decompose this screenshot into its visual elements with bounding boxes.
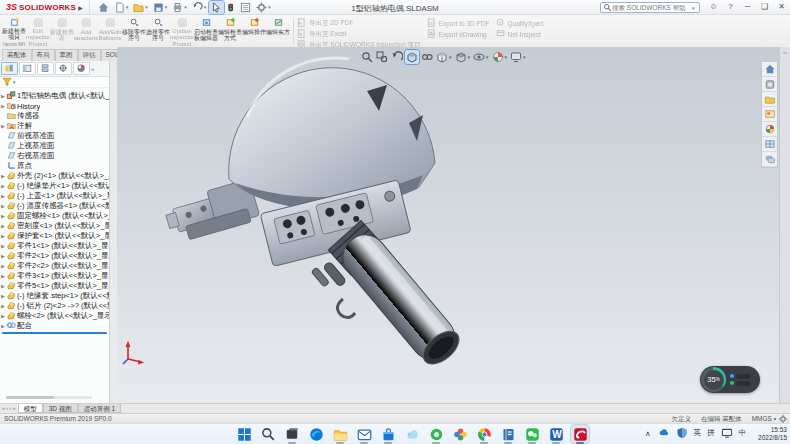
ribbon-button[interactable]: 启动检查板编辑器 — [194, 16, 218, 46]
file-explorer-pane-button[interactable] — [762, 92, 777, 107]
filter-dropdown-icon[interactable]: ▾ — [13, 79, 16, 85]
command-tab-item[interactable]: 草图 — [55, 49, 78, 61]
new-document-button[interactable]: ▾ — [112, 1, 131, 14]
taskbar-search-taskbar-button[interactable] — [259, 425, 277, 443]
solidworks-resources-button[interactable] — [762, 62, 777, 77]
tree-item[interactable]: ▶A注解 — [0, 121, 109, 131]
tab-scroll-button[interactable]: » — [12, 405, 15, 411]
search-input[interactable] — [612, 4, 692, 11]
command-tab-item[interactable]: 评估 — [78, 49, 101, 61]
dropdown-arrow-icon[interactable]: ▾ — [505, 54, 508, 60]
open-button[interactable]: ▾ — [131, 1, 150, 14]
performance-widget[interactable]: 35% — [700, 366, 760, 393]
section-view-button[interactable] — [405, 50, 419, 64]
tree-item[interactable]: ▶零件2<2> (默认<<默认>_显示状 — [0, 261, 109, 271]
tree-item[interactable]: ▶配合 — [0, 321, 109, 331]
tree-item[interactable]: 原点 — [0, 161, 109, 171]
panel-splitter[interactable] — [110, 61, 117, 403]
tree-item[interactable]: ▶密刻度<1> (默认<<默认>_显示状 — [0, 221, 109, 231]
widget-button-top[interactable] — [730, 374, 750, 379]
photos-taskbar-button[interactable] — [451, 425, 469, 443]
dropdown-arrow-icon[interactable]: ▾ — [165, 4, 168, 10]
cad-model-3d[interactable] — [117, 47, 790, 403]
display-style-button[interactable]: ▾ — [454, 50, 472, 64]
ribbon-button[interactable]: 选择零件序号 — [146, 16, 170, 46]
ribbon-button[interactable]: 编辑操作 — [242, 16, 266, 46]
tree-item[interactable]: ▶(-) 铝片 (2)<2> ->? (默认<<默认> — [0, 301, 109, 311]
ime-cn-label[interactable]: 中 — [739, 428, 747, 438]
tree-item[interactable]: ▶零件1<1> (默认<<默认>_显示状态 — [0, 241, 109, 251]
graphics-viewport[interactable]: ▾▾▾▾▾ ‹‹ 35% — [117, 47, 790, 403]
appearances-tab[interactable] — [73, 62, 90, 75]
help-search-box[interactable]: ▾ — [600, 2, 700, 13]
view-settings-button[interactable]: ▾ — [509, 50, 527, 64]
task-pane-expand-icon[interactable]: ‹‹ — [780, 47, 790, 55]
tree-item[interactable]: ▶零件2<1> (默认<<默认>_显示状 — [0, 251, 109, 261]
dimxpert-tab[interactable] — [55, 62, 72, 75]
file-explorer-taskbar-button[interactable] — [331, 425, 349, 443]
dictionary-taskbar-button[interactable] — [499, 425, 517, 443]
bottom-tab-item[interactable]: 运动算例 1 — [78, 404, 121, 413]
display-tray-icon[interactable] — [721, 428, 733, 439]
ribbon-button[interactable]: 编辑检查方式 — [218, 16, 242, 46]
tree-item[interactable]: ▶零件3<1> (默认<<默认>_显示状 — [0, 271, 109, 281]
ime-pinyin-label[interactable]: 拼 — [707, 428, 715, 438]
dropdown-arrow-icon[interactable]: ▾ — [468, 54, 471, 60]
command-tab-item[interactable]: 布局 — [32, 49, 55, 61]
tree-filter-row[interactable]: ▾ — [0, 77, 109, 88]
dropdown-arrow-icon[interactable]: ▾ — [486, 54, 489, 60]
ribbon-button[interactable]: 编辑实方 — [266, 16, 290, 46]
panel-tabs-overflow-icon[interactable]: » — [91, 66, 94, 72]
bottom-tab-active[interactable]: 模型 — [18, 404, 43, 413]
ribbon-button[interactable]: 新建检查项目(amp:M) — [2, 16, 26, 46]
start-taskbar-button[interactable] — [235, 425, 253, 443]
home-button[interactable] — [96, 1, 111, 14]
bottom-tab-item[interactable]: 3D 视图 — [43, 404, 78, 413]
tree-item[interactable]: ▶(-) 绝缘垫片<1> (默认<<默认>_显 — [0, 181, 109, 191]
tree-item[interactable]: 传感器 — [0, 111, 109, 121]
chrome-taskbar-button[interactable] — [475, 425, 493, 443]
logo-flyout-arrow-icon[interactable]: ▶ — [78, 4, 83, 11]
dropdown-arrow-icon[interactable]: ▾ — [268, 4, 271, 10]
command-tab-item[interactable]: 装配体 — [2, 49, 32, 61]
defender-shield-icon[interactable] — [676, 427, 688, 439]
save-button[interactable]: ▾ — [151, 1, 170, 14]
forum-button[interactable] — [762, 152, 777, 167]
tree-item[interactable]: ▶(-) 上盖<1> (默认<<默认>_显示状 — [0, 191, 109, 201]
search-dropdown-icon[interactable]: ▾ — [692, 5, 695, 11]
propertymanager-tab[interactable] — [19, 62, 36, 75]
ribbon-button[interactable]: 移除零件序号 — [122, 16, 146, 46]
tree-item[interactable]: ▶外壳 (2)<1> (默认<<默认>_显示状 — [0, 171, 109, 181]
rebuild-stoplight-button[interactable] — [225, 1, 237, 14]
tree-item[interactable]: ▶零件5<1> (默认<<默认>_显示状态 — [0, 281, 109, 291]
tab-scroll-button[interactable]: ‹ — [6, 405, 8, 411]
mail-taskbar-button[interactable] — [355, 425, 373, 443]
dropdown-arrow-icon[interactable]: ▾ — [126, 4, 129, 10]
tree-item[interactable]: ▶(-) 绝缘套.step<1> (默认<<默认> — [0, 291, 109, 301]
tree-item[interactable]: ▶1型铝轴热电偶 (默认<默认_显示状态-1 — [0, 91, 109, 101]
tree-item[interactable]: 右视基准面 — [0, 151, 109, 161]
configurationmanager-tab[interactable] — [37, 62, 54, 75]
user-account-icon[interactable]: ☺ — [707, 1, 720, 13]
design-library-button[interactable] — [762, 77, 777, 92]
previous-view-button[interactable] — [390, 50, 404, 64]
help-icon[interactable]: ? — [724, 1, 737, 13]
tray-chevron-icon[interactable]: ∧ — [645, 429, 651, 438]
featuremanager-tab[interactable] — [1, 62, 18, 75]
tree-item[interactable]: ▶固定螺栓<1> (默认<<默认>_显示 — [0, 211, 109, 221]
options-gear-button[interactable]: ▾ — [254, 1, 273, 14]
panel-horizontal-scrollbar[interactable] — [6, 396, 92, 399]
dropdown-arrow-icon[interactable]: ▾ — [145, 4, 148, 10]
zoom-to-area-button[interactable] — [375, 50, 389, 64]
edit-appearance-button[interactable]: ▾ — [491, 50, 509, 64]
tree-item[interactable]: 前视基准面 — [0, 131, 109, 141]
tree-item[interactable]: 上视基准面 — [0, 141, 109, 151]
custom-properties-button[interactable] — [762, 137, 777, 152]
dropdown-arrow-icon[interactable]: ▾ — [204, 4, 207, 10]
print-button[interactable]: ▾ — [170, 1, 189, 14]
rollback-bar[interactable] — [2, 332, 107, 334]
view-palette-button[interactable] — [762, 107, 777, 122]
edge-taskbar-button[interactable] — [307, 425, 325, 443]
word-taskbar-button[interactable]: W — [547, 425, 565, 443]
store-taskbar-button[interactable] — [379, 425, 397, 443]
